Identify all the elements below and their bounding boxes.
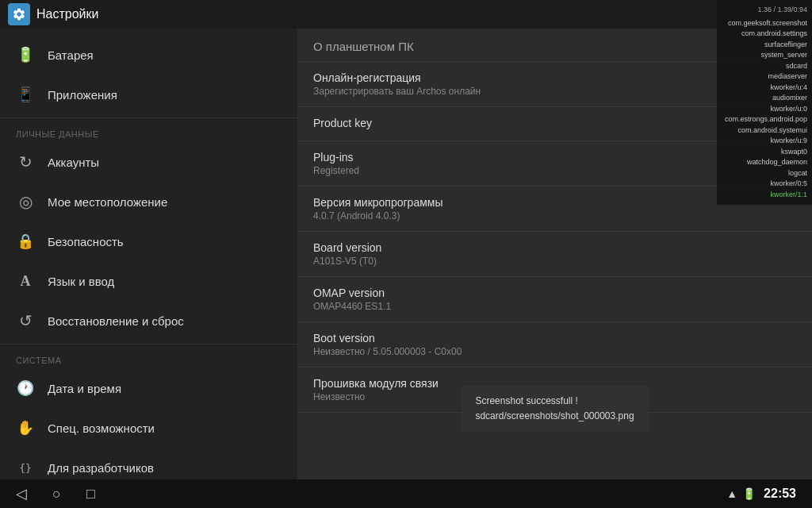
status-icons: ▲ 🔋 bbox=[726, 487, 756, 500]
battery-status-icon: 🔋 bbox=[742, 487, 756, 500]
sidebar-label-apps: Приложения bbox=[48, 88, 117, 102]
sidebar-label-developer: Для разработчиков bbox=[48, 461, 154, 475]
sidebar-item-reset[interactable]: ↺ Восстановление и сброс bbox=[0, 301, 297, 341]
app-title: Настройки bbox=[36, 7, 98, 21]
content-subtitle-board: A101S-V5 (T0) bbox=[313, 256, 796, 267]
battery-icon: 🔋 bbox=[16, 45, 35, 64]
bottom-bar: ◁ ○ □ ▲ 🔋 22:53 bbox=[0, 479, 812, 508]
content-subtitle-firmware: 4.0.7 (Android 4.0.3) bbox=[313, 210, 796, 221]
content-subtitle-boot: Неизвестно / 5.05.000003 - C0x00 bbox=[313, 346, 796, 357]
toast-line1: Screenshot successfull ! bbox=[475, 394, 634, 409]
right-overlay: 1.36 / 1.39/0:94 com.geeksoft.screenshot… bbox=[717, 0, 812, 205]
security-icon: 🔒 bbox=[16, 232, 35, 251]
sidebar-label-datetime: Дата и время bbox=[48, 382, 121, 395]
recents-button[interactable]: □ bbox=[86, 486, 95, 502]
sidebar-item-accessibility[interactable]: ✋ Спец. возможности bbox=[0, 408, 297, 448]
accessibility-icon: ✋ bbox=[16, 418, 35, 437]
top-bar-title: Настройки bbox=[8, 3, 98, 25]
developer-icon: {} bbox=[16, 458, 35, 477]
sidebar-label-accounts: Аккаунты bbox=[48, 156, 99, 169]
content-title-omap: OMAP version bbox=[313, 287, 796, 299]
content-item-board: Board version A101S-V5 (T0) bbox=[297, 232, 812, 277]
settings-icon-box bbox=[8, 3, 30, 25]
sidebar-item-apps[interactable]: 📱 Приложения bbox=[0, 75, 297, 114]
content-subtitle-omap: OMAP4460 ES1.1 bbox=[313, 301, 796, 312]
home-button[interactable]: ○ bbox=[52, 486, 61, 502]
location-icon: ◎ bbox=[16, 192, 35, 211]
bottom-status: ▲ 🔋 22:53 bbox=[726, 487, 796, 501]
sidebar-label-battery: Батарея bbox=[48, 48, 94, 62]
accounts-icon: ↻ bbox=[16, 152, 35, 171]
content-item-omap: OMAP version OMAP4460 ES1.1 bbox=[297, 277, 812, 322]
section-label-system: СИСТЕМА bbox=[0, 348, 297, 368]
sidebar-item-location[interactable]: ◎ Мое местоположение bbox=[0, 182, 297, 221]
sidebar-item-accounts[interactable]: ↻ Аккаунты bbox=[0, 142, 297, 182]
sidebar-label-reset: Восстановление и сброс bbox=[48, 314, 184, 328]
main-layout: 🔋 Батарея 📱 Приложения ЛИЧНЫЕ ДАННЫЕ ↻ А… bbox=[0, 29, 812, 479]
sidebar-item-language[interactable]: A Язык и ввод bbox=[0, 261, 297, 301]
back-button[interactable]: ◁ bbox=[16, 485, 27, 502]
bottom-nav: ◁ ○ □ bbox=[16, 485, 95, 502]
section-label-personal: ЛИЧНЫЕ ДАННЫЕ bbox=[0, 121, 297, 142]
clock: 22:53 bbox=[764, 487, 796, 501]
wifi-icon: ▲ bbox=[726, 487, 737, 500]
divider-system bbox=[0, 344, 297, 344]
language-icon: A bbox=[16, 271, 35, 291]
content-title-boot: Boot version bbox=[313, 332, 796, 344]
reset-icon: ↺ bbox=[16, 311, 35, 330]
sidebar-label-location: Мое местоположение bbox=[48, 195, 167, 209]
divider-personal bbox=[0, 117, 297, 118]
sidebar-item-developer[interactable]: {} Для разработчиков bbox=[0, 448, 297, 479]
datetime-icon: 🕐 bbox=[16, 379, 35, 398]
sidebar-label-language: Язык и ввод bbox=[48, 275, 114, 288]
screenshot-toast: Screenshot successfull ! sdcard/screensh… bbox=[461, 386, 648, 432]
overlay-top-info: 1.36 / 1.39/0:94 bbox=[718, 3, 810, 17]
sidebar-label-accessibility: Спец. возможности bbox=[48, 421, 155, 435]
settings-icon bbox=[12, 7, 26, 21]
content-item-boot: Boot version Неизвестно / 5.05.000003 - … bbox=[297, 322, 812, 368]
apps-icon: 📱 bbox=[16, 85, 35, 104]
sidebar-item-datetime[interactable]: 🕐 Дата и время bbox=[0, 368, 297, 408]
sidebar: 🔋 Батарея 📱 Приложения ЛИЧНЫЕ ДАННЫЕ ↻ А… bbox=[0, 29, 297, 479]
sidebar-item-battery[interactable]: 🔋 Батарея bbox=[0, 35, 297, 75]
sidebar-label-security: Безопасность bbox=[48, 235, 124, 248]
overlay-process-list: com.geeksoft.screenshot com.android.sett… bbox=[718, 17, 810, 202]
top-bar: Настройки bbox=[0, 0, 812, 29]
toast-line2: sdcard/screenshots/shot_000003.png bbox=[475, 409, 634, 424]
content-title-board: Board version bbox=[313, 241, 796, 254]
sidebar-item-security[interactable]: 🔒 Безопасность bbox=[0, 221, 297, 261]
